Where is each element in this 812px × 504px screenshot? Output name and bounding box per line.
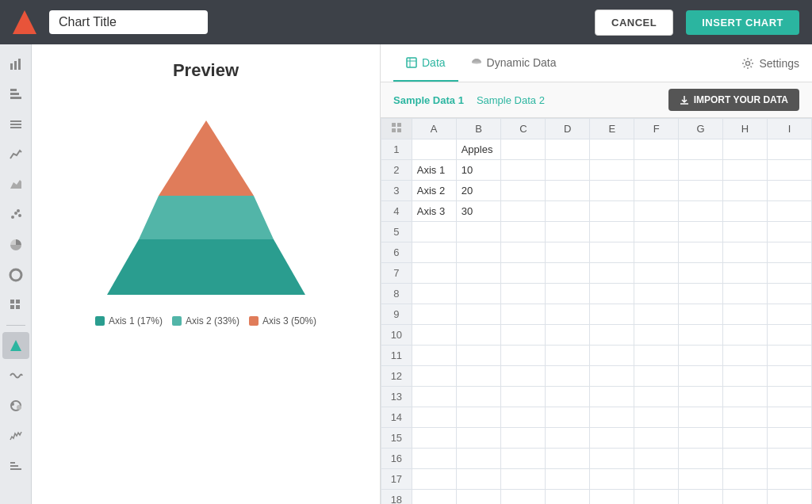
table-cell[interactable]: [412, 469, 456, 490]
table-cell[interactable]: [634, 304, 679, 325]
table-cell[interactable]: [456, 387, 501, 407]
table-cell[interactable]: [634, 222, 679, 242]
table-cell[interactable]: [546, 284, 590, 304]
table-cell[interactable]: [634, 346, 679, 366]
table-cell[interactable]: [501, 201, 546, 222]
table-cell[interactable]: [723, 242, 768, 263]
table-cell[interactable]: [768, 242, 812, 263]
table-cell[interactable]: [679, 325, 723, 346]
table-cell[interactable]: [679, 387, 723, 407]
table-cell[interactable]: [723, 469, 768, 490]
table-cell[interactable]: [501, 242, 546, 263]
table-cell[interactable]: [768, 263, 812, 284]
table-cell[interactable]: [456, 242, 501, 263]
tab-data[interactable]: Data: [393, 45, 458, 82]
table-cell[interactable]: [679, 222, 723, 242]
table-cell[interactable]: [768, 428, 812, 449]
table-cell[interactable]: [456, 449, 501, 469]
sidebar-icon-bubble[interactable]: [2, 392, 29, 419]
table-cell[interactable]: [546, 201, 590, 222]
table-cell[interactable]: Axis 1: [412, 160, 456, 181]
table-cell[interactable]: [412, 263, 456, 284]
table-cell[interactable]: [456, 325, 501, 346]
table-cell[interactable]: [412, 284, 456, 304]
table-cell[interactable]: [768, 407, 812, 428]
table-cell[interactable]: [546, 222, 590, 242]
sidebar-icon-spark[interactable]: [2, 422, 29, 449]
table-cell[interactable]: [456, 263, 501, 284]
table-cell[interactable]: [456, 490, 501, 505]
table-cell[interactable]: [456, 469, 501, 490]
table-cell[interactable]: [723, 160, 768, 181]
table-cell[interactable]: [679, 284, 723, 304]
table-cell[interactable]: [501, 469, 546, 490]
spreadsheet[interactable]: A B C D E F G H I 1Apples2Axis 1103Axis …: [381, 118, 812, 504]
table-cell[interactable]: [590, 387, 634, 407]
table-cell[interactable]: [723, 325, 768, 346]
table-cell[interactable]: [456, 407, 501, 428]
table-cell[interactable]: [412, 325, 456, 346]
table-cell[interactable]: [590, 304, 634, 325]
table-cell[interactable]: [634, 139, 679, 160]
table-cell[interactable]: [679, 304, 723, 325]
sidebar-icon-scatter[interactable]: [2, 201, 29, 228]
table-cell[interactable]: [456, 428, 501, 449]
table-cell[interactable]: [546, 181, 590, 201]
table-cell[interactable]: [590, 242, 634, 263]
sidebar-icon-grid[interactable]: [2, 292, 29, 319]
table-cell[interactable]: [590, 366, 634, 387]
table-cell[interactable]: [634, 469, 679, 490]
table-cell[interactable]: [679, 201, 723, 222]
table-cell[interactable]: [679, 449, 723, 469]
table-cell[interactable]: [768, 490, 812, 505]
table-cell[interactable]: [679, 469, 723, 490]
table-cell[interactable]: [590, 325, 634, 346]
table-cell[interactable]: [412, 490, 456, 505]
table-cell[interactable]: [634, 160, 679, 181]
table-cell[interactable]: [723, 181, 768, 201]
table-cell[interactable]: [590, 346, 634, 366]
table-cell[interactable]: [768, 284, 812, 304]
table-cell[interactable]: [412, 449, 456, 469]
table-cell[interactable]: [768, 469, 812, 490]
sidebar-icon-list[interactable]: [2, 111, 29, 138]
sidebar-icon-pie[interactable]: [2, 231, 29, 258]
table-cell[interactable]: [723, 387, 768, 407]
table-cell[interactable]: [546, 366, 590, 387]
table-cell[interactable]: [723, 304, 768, 325]
table-cell[interactable]: [679, 346, 723, 366]
table-cell[interactable]: [723, 263, 768, 284]
table-cell[interactable]: [634, 325, 679, 346]
table-cell[interactable]: [590, 490, 634, 505]
table-cell[interactable]: [768, 366, 812, 387]
table-cell[interactable]: [679, 263, 723, 284]
table-cell[interactable]: [768, 201, 812, 222]
table-cell[interactable]: [501, 366, 546, 387]
table-cell[interactable]: 30: [456, 201, 501, 222]
table-cell[interactable]: [546, 160, 590, 181]
table-cell[interactable]: [501, 263, 546, 284]
table-cell[interactable]: [590, 181, 634, 201]
table-cell[interactable]: [546, 325, 590, 346]
chart-title-input[interactable]: [49, 10, 208, 34]
table-cell[interactable]: [634, 181, 679, 201]
table-cell[interactable]: [546, 242, 590, 263]
table-cell[interactable]: [679, 181, 723, 201]
table-cell[interactable]: Apples: [456, 139, 501, 160]
table-cell[interactable]: [456, 304, 501, 325]
table-cell[interactable]: [501, 222, 546, 242]
table-cell[interactable]: [634, 449, 679, 469]
table-cell[interactable]: [590, 469, 634, 490]
table-cell[interactable]: [723, 222, 768, 242]
insert-chart-button[interactable]: INSERT CHART: [686, 10, 799, 35]
table-cell[interactable]: [412, 346, 456, 366]
table-cell[interactable]: [679, 490, 723, 505]
table-cell[interactable]: [768, 181, 812, 201]
sidebar-icon-pyramid[interactable]: [2, 332, 29, 359]
table-cell[interactable]: [590, 428, 634, 449]
table-cell[interactable]: [679, 139, 723, 160]
table-cell[interactable]: [456, 284, 501, 304]
table-cell[interactable]: [501, 181, 546, 201]
import-data-button[interactable]: IMPORT YOUR DATA: [668, 89, 799, 111]
table-cell[interactable]: [412, 387, 456, 407]
